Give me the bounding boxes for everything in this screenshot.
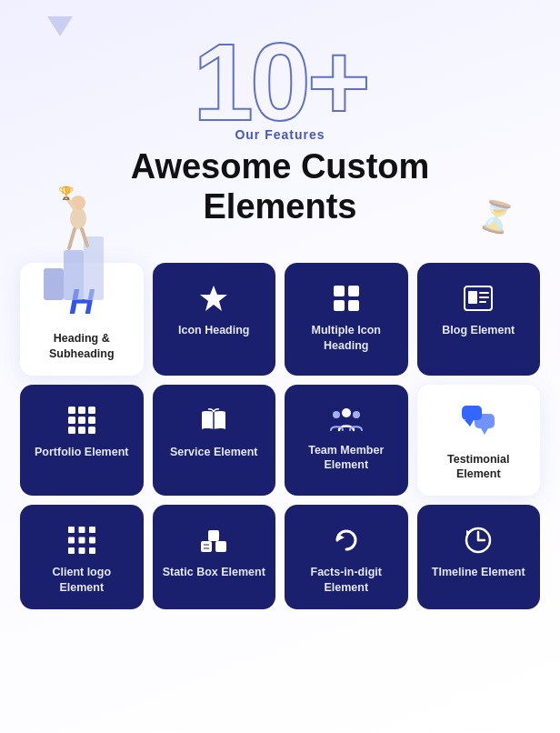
svg-rect-44 [89, 547, 95, 554]
svg-rect-36 [68, 527, 75, 533]
svg-rect-42 [68, 547, 75, 554]
svg-rect-20 [78, 407, 85, 414]
svg-rect-15 [468, 291, 477, 304]
card-testimonial-element[interactable]: Testimonial Element [417, 385, 541, 497]
svg-rect-26 [78, 427, 85, 434]
svg-rect-27 [88, 427, 95, 434]
svg-rect-23 [78, 417, 85, 424]
svg-point-30 [333, 411, 340, 418]
blog-icon [463, 283, 494, 314]
svg-rect-19 [68, 407, 75, 414]
card-client-logo-element[interactable]: Client logo Element [20, 505, 144, 609]
svg-line-8 [82, 229, 87, 246]
svg-rect-24 [88, 417, 95, 424]
svg-rect-40 [78, 537, 85, 544]
svg-marker-33 [465, 420, 474, 427]
book-icon [198, 405, 229, 436]
card-label: Client logo Element [29, 565, 135, 595]
svg-rect-34 [475, 414, 495, 428]
svg-point-31 [353, 411, 360, 418]
card-service-element[interactable]: Service Element [153, 385, 276, 497]
svg-rect-13 [348, 300, 359, 311]
card-label: Multiple Icon Heading [294, 323, 399, 353]
svg-rect-22 [68, 417, 75, 424]
card-label: Icon Heading [178, 323, 249, 337]
svg-line-7 [69, 229, 75, 248]
svg-rect-1 [44, 268, 64, 300]
card-multiple-icon-heading[interactable]: Multiple Icon Heading [285, 263, 408, 376]
card-team-member-element[interactable]: Team Member Element [285, 385, 408, 497]
clientlogo-icon [66, 525, 97, 556]
svg-rect-43 [78, 547, 85, 554]
team-icon [330, 405, 363, 434]
card-icon-heading[interactable]: Icon Heading [153, 263, 276, 376]
svg-text:🏆: 🏆 [58, 186, 75, 201]
svg-marker-35 [481, 428, 488, 435]
card-static-box-element[interactable]: Static Box Element [153, 505, 276, 609]
card-blog-element[interactable]: Blog Element [417, 263, 541, 376]
big-number: 10+ [0, 27, 560, 136]
svg-rect-25 [68, 427, 75, 434]
svg-rect-41 [89, 537, 95, 544]
feature-grid: H Heading & Subheading Icon Heading Mult… [0, 254, 560, 635]
svg-rect-10 [334, 286, 345, 296]
svg-rect-21 [88, 407, 95, 414]
svg-rect-47 [208, 530, 219, 541]
refresh-icon [331, 525, 362, 556]
card-label: Portfolio Element [35, 445, 128, 459]
svg-rect-38 [89, 527, 95, 533]
svg-marker-9 [200, 286, 227, 311]
card-label: Service Element [170, 445, 258, 459]
svg-rect-46 [215, 541, 226, 552]
svg-marker-51 [337, 534, 345, 541]
card-timeline-element[interactable]: TImeline Element [417, 505, 541, 609]
testimonial-icon [461, 405, 495, 443]
grid9-icon [66, 405, 97, 436]
svg-point-29 [342, 408, 351, 417]
grid4-icon [331, 283, 362, 314]
svg-rect-39 [68, 537, 75, 544]
svg-rect-0 [64, 250, 84, 300]
svg-rect-37 [78, 527, 85, 533]
card-label: Heading & Subheading [29, 331, 135, 361]
main-heading: Awesome Custom Elements [98, 147, 462, 245]
svg-rect-12 [334, 300, 345, 311]
card-portfolio-element[interactable]: Portfolio Element [20, 385, 144, 497]
card-facts-in-digit-element[interactable]: Facts-in-digit Element [285, 505, 408, 609]
staticbox-icon [197, 525, 230, 556]
timeline-icon [463, 525, 494, 556]
card-label: Testimonial Element [426, 452, 532, 482]
star-icon [198, 283, 229, 314]
card-label: Team Member Element [294, 443, 399, 473]
svg-rect-45 [201, 541, 212, 552]
card-label: Blog Element [442, 323, 515, 337]
card-label: Static Box Element [163, 565, 265, 579]
features-label: Our Features [0, 127, 560, 142]
svg-rect-11 [348, 286, 359, 296]
card-label: Facts-in-digit Element [294, 565, 399, 595]
hero-person-illustration: 🏆 [16, 141, 116, 305]
card-label: TImeline Element [432, 565, 525, 579]
